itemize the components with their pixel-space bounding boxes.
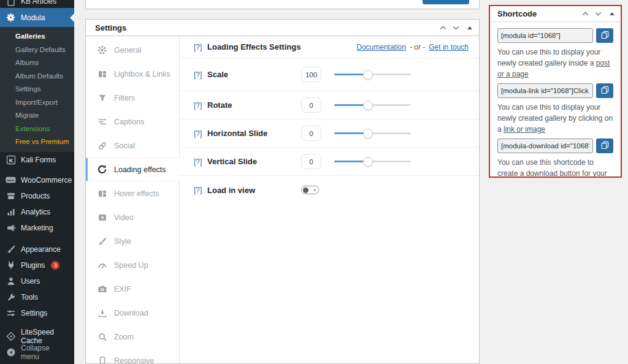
sidebar-item-label: Users: [21, 277, 40, 286]
plugin-icon: [6, 260, 16, 270]
sidebar-subitem-gallery-defaults[interactable]: Gallery Defaults: [0, 44, 74, 57]
horizontal-slide-slider[interactable]: [334, 128, 411, 138]
load-in-view-toggle[interactable]: [301, 186, 319, 194]
sidebar-item-label: WooCommerce: [21, 176, 72, 184]
tab-social[interactable]: Social: [86, 134, 179, 157]
sidebar-item-plugins[interactable]: Plugins 3: [0, 257, 74, 273]
collapse-arrow-icon: [6, 347, 16, 357]
sidebar-item-tools[interactable]: Tools: [0, 289, 74, 305]
move-up-icon[interactable]: [581, 10, 589, 18]
sidebar-subitem-album-defaults[interactable]: Album Defaults: [0, 70, 74, 83]
link-or-image-link[interactable]: link or image: [504, 125, 545, 134]
tab-captions[interactable]: Captions: [86, 110, 179, 134]
sidebar-subitem-free-vs-premium[interactable]: Free vs Premium: [0, 135, 74, 149]
sidebar-subitem-albums[interactable]: Albums: [0, 56, 74, 70]
copy-shortcode-button[interactable]: [596, 138, 613, 153]
scale-value-input[interactable]: 100: [301, 67, 321, 82]
slider-handle[interactable]: [363, 70, 373, 80]
help-link[interactable]: [?]: [194, 101, 207, 110]
tab-style[interactable]: Style: [86, 229, 179, 253]
sidebar-item-collapse-menu[interactable]: Collapse menu: [0, 344, 74, 360]
vertical-slide-value-input[interactable]: 0: [301, 154, 321, 169]
sidebar-item-appearance[interactable]: Appearance: [0, 241, 74, 257]
sidebar-item-users[interactable]: Users: [0, 273, 74, 289]
tab-responsive[interactable]: Responsive: [86, 349, 179, 364]
collapse-toggle-icon[interactable]: [610, 12, 615, 15]
get-in-touch-link[interactable]: Get in touch: [429, 43, 469, 51]
rotate-slider[interactable]: [334, 100, 411, 110]
setting-row-rotate: [?] Rotate 0: [180, 91, 479, 119]
panel-header: [?] Loading Effects Settings Documentati…: [180, 36, 479, 58]
slider-handle[interactable]: [363, 129, 373, 138]
sidebar-item-woocommerce[interactable]: woo WooCommerce: [0, 172, 74, 188]
sidebar-item-kali-forms[interactable]: K Kali Forms: [0, 152, 74, 168]
sidebar-subitem-galleries[interactable]: Galleries: [0, 30, 74, 44]
tab-lightbox-links[interactable]: Lightbox & Links: [86, 62, 179, 86]
horizontal-slide-value-input[interactable]: 0: [301, 126, 321, 141]
tab-label: Captions: [114, 118, 144, 126]
help-link[interactable]: [?]: [194, 129, 207, 138]
tab-video[interactable]: Video: [86, 205, 179, 229]
sidebar-item-settings[interactable]: Settings: [0, 305, 74, 321]
funnel-icon: [97, 93, 107, 103]
tab-label: Style: [114, 237, 131, 246]
help-link[interactable]: [?]: [194, 186, 207, 194]
collapse-toggle-icon[interactable]: [467, 26, 472, 29]
gear-icon: [97, 45, 107, 55]
move-up-icon[interactable]: [439, 24, 447, 32]
tab-speed-up[interactable]: Speed Up: [86, 253, 179, 277]
modula-shortcode-input[interactable]: [497, 28, 593, 43]
rotate-value-input[interactable]: 0: [301, 97, 321, 113]
sidebar-subitem-import-export[interactable]: Import/Export: [0, 96, 74, 110]
modula-link-shortcode-input[interactable]: [497, 83, 593, 98]
sidebar-item-label: Marketing: [21, 224, 53, 232]
sidebar-subitem-extensions[interactable]: Extensions: [0, 123, 74, 136]
setting-row-load-in-view: [?] Load in view: [180, 176, 479, 204]
setting-label: Horizontal Slide: [207, 129, 301, 138]
copy-icon: [601, 141, 609, 151]
phone-icon: [97, 355, 107, 364]
vertical-slide-slider[interactable]: [334, 156, 411, 167]
sidebar-item-litespeed-cache[interactable]: LiteSpeed Cache: [0, 328, 74, 344]
sidebar-subitem-migrate[interactable]: Migrate: [0, 109, 74, 123]
sidebar-item-modula[interactable]: Modula: [0, 8, 74, 27]
modula-download-shortcode-input[interactable]: [497, 138, 593, 153]
menu-separator: [0, 168, 74, 172]
tab-exif[interactable]: EXIF: [86, 277, 179, 301]
tab-label: Zoom: [114, 333, 134, 341]
tab-zoom[interactable]: Zoom: [86, 325, 179, 349]
move-down-icon[interactable]: [452, 24, 460, 32]
text-lines-icon: [97, 116, 107, 127]
paintbrush-icon: [6, 244, 16, 254]
move-down-icon[interactable]: [594, 10, 602, 18]
setting-label: Load in view: [207, 186, 301, 195]
slider-handle[interactable]: [363, 100, 373, 110]
help-link[interactable]: [?]: [194, 157, 207, 166]
sidebar-subitem-settings[interactable]: Settings: [0, 83, 74, 96]
admin-content: Settings General Lightbox & Links: [74, 0, 628, 364]
settings-tab-list: General Lightbox & Links Filters Caption…: [86, 36, 180, 364]
sidebar-item-analytics[interactable]: Analytics: [0, 204, 74, 220]
loading-effects-panel: [?] Loading Effects Settings Documentati…: [180, 36, 479, 364]
slider-handle[interactable]: [363, 157, 373, 167]
bar-chart-icon: [6, 207, 16, 217]
kali-forms-icon: K: [6, 154, 16, 165]
modula-submenu: Galleries Gallery Defaults Albums Album …: [0, 27, 74, 152]
scale-slider[interactable]: [334, 69, 411, 80]
tab-filters[interactable]: Filters: [86, 86, 179, 110]
sidebar-item-label: KB Articles: [21, 0, 56, 6]
tab-loading-effects[interactable]: Loading effects: [86, 157, 180, 181]
documentation-link[interactable]: Documentation: [356, 43, 406, 51]
tab-general[interactable]: General: [86, 38, 179, 62]
sidebar-item-kb-articles[interactable]: KB Articles: [0, 0, 74, 8]
copy-shortcode-button[interactable]: [596, 28, 613, 43]
primary-button-fragment[interactable]: [423, 0, 469, 4]
sidebar-item-marketing[interactable]: Marketing: [0, 220, 74, 236]
tab-hover-effects[interactable]: Hover effects: [86, 181, 179, 205]
tab-download[interactable]: Download: [86, 301, 179, 325]
copy-shortcode-button[interactable]: [596, 83, 613, 98]
sidebar-item-products[interactable]: Products: [0, 188, 74, 204]
tab-label: Hover effects: [114, 189, 159, 198]
help-link[interactable]: [?]: [194, 70, 207, 79]
help-link[interactable]: [?]: [194, 43, 207, 51]
